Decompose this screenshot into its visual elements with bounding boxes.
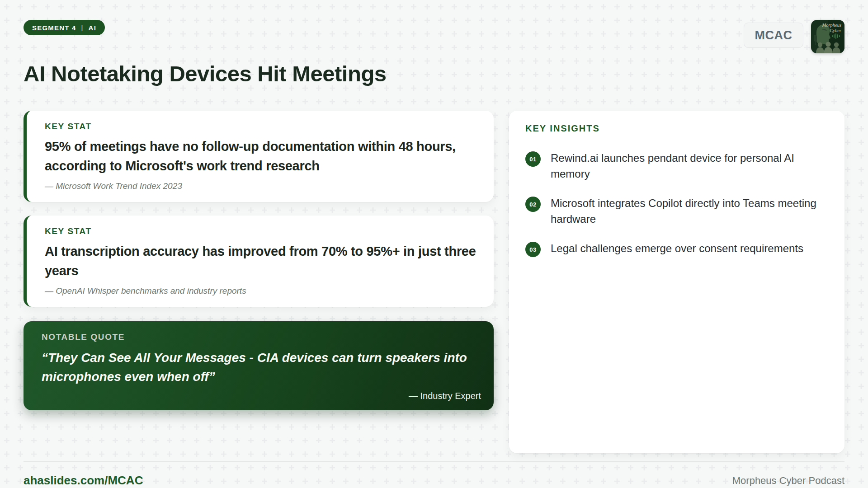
insight-number-badge: 01: [525, 151, 541, 167]
key-stat-label: KEY STAT: [45, 226, 480, 236]
slide-footer: ahaslides.com/MCAC Morpheus Cyber Podcas…: [24, 461, 844, 488]
quote-attribution: — Industry Expert: [42, 391, 481, 401]
slide-header: SEGMENT 4 | AI MCAC: [24, 20, 844, 86]
slide-body: KEY STAT 95% of meetings have no follow-…: [24, 111, 844, 453]
ahaslides-link[interactable]: ahaslides.com/MCAC: [24, 474, 143, 488]
right-column: KEY INSIGHTS 01 Rewind.ai launches penda…: [509, 111, 844, 453]
key-insights-label: KEY INSIGHTS: [525, 123, 828, 134]
key-stat-card-1: KEY STAT 95% of meetings have no follow-…: [24, 111, 494, 202]
figures-icon: [816, 42, 840, 53]
notable-quote-label: NOTABLE QUOTE: [42, 332, 481, 342]
notable-quote-text: “They Can See All Your Messages - CIA de…: [42, 348, 481, 386]
podcast-cover-art-icon: Morpheus Cyber: [811, 20, 844, 53]
insight-item-2: 02 Microsoft integrates Copilot directly…: [525, 195, 828, 227]
insight-number-badge: 03: [525, 242, 541, 257]
left-column: KEY STAT 95% of meetings have no follow-…: [24, 111, 494, 453]
podcast-logo: Morpheus Cyber: [811, 20, 844, 53]
logo-title-line2: Cyber: [830, 28, 842, 33]
podcast-name-label: Morpheus Cyber Podcast: [732, 475, 844, 487]
slide-root: SEGMENT 4 | AI MCAC: [0, 0, 868, 488]
badge-separator: |: [81, 23, 83, 31]
key-insights-card: KEY INSIGHTS 01 Rewind.ai launches penda…: [509, 111, 844, 453]
key-stat-text: AI transcription accuracy has improved f…: [45, 242, 480, 281]
notable-quote-card: NOTABLE QUOTE “They Can See All Your Mes…: [24, 321, 494, 410]
insight-text: Rewind.ai launches pendant device for pe…: [551, 150, 828, 182]
insight-number-badge: 02: [525, 197, 541, 212]
room-code-button[interactable]: MCAC: [744, 23, 803, 48]
segment-badge: SEGMENT 4 | AI: [24, 20, 105, 35]
insight-text: Microsoft integrates Copilot directly in…: [551, 195, 828, 227]
header-row: SEGMENT 4 | AI MCAC: [24, 20, 844, 53]
key-stat-text: 95% of meetings have no follow-up docume…: [45, 137, 480, 176]
key-stat-label: KEY STAT: [45, 122, 480, 131]
segment-badge-label: SEGMENT 4: [32, 24, 76, 32]
segment-badge-topic: AI: [89, 24, 96, 32]
key-stat-card-2: KEY STAT AI transcription accuracy has i…: [24, 216, 494, 307]
key-stat-source: — Microsoft Work Trend Index 2023: [45, 181, 480, 191]
insight-text: Legal challenges emerge over consent req…: [551, 240, 803, 256]
insight-item-3: 03 Legal challenges emerge over consent …: [525, 240, 828, 257]
header-right-group: MCAC Morpheus Cyber: [744, 20, 844, 53]
key-stat-source: — OpenAI Whisper benchmarks and industry…: [45, 286, 480, 296]
logo-title-line1: Morpheus: [821, 23, 841, 28]
page-title: AI Notetaking Devices Hit Meetings: [24, 61, 844, 86]
insight-item-1: 01 Rewind.ai launches pendant device for…: [525, 150, 828, 182]
